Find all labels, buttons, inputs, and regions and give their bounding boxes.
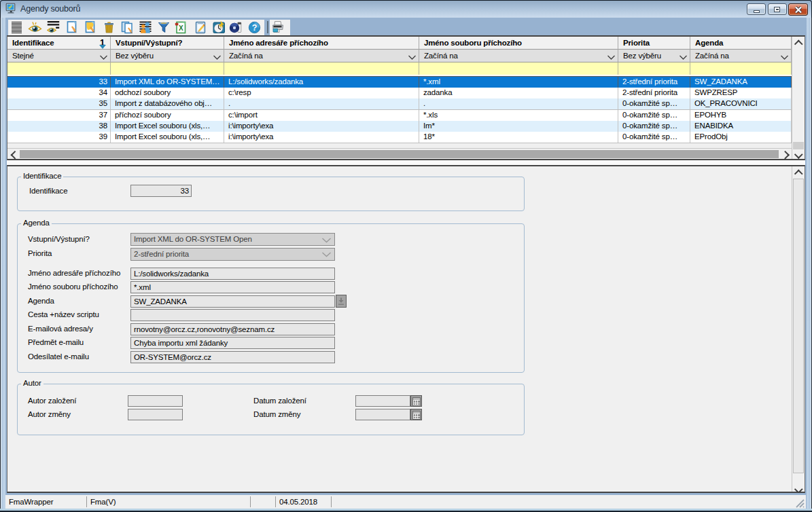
svg-text:X: X	[179, 24, 183, 32]
svg-text:?: ?	[252, 23, 258, 33]
